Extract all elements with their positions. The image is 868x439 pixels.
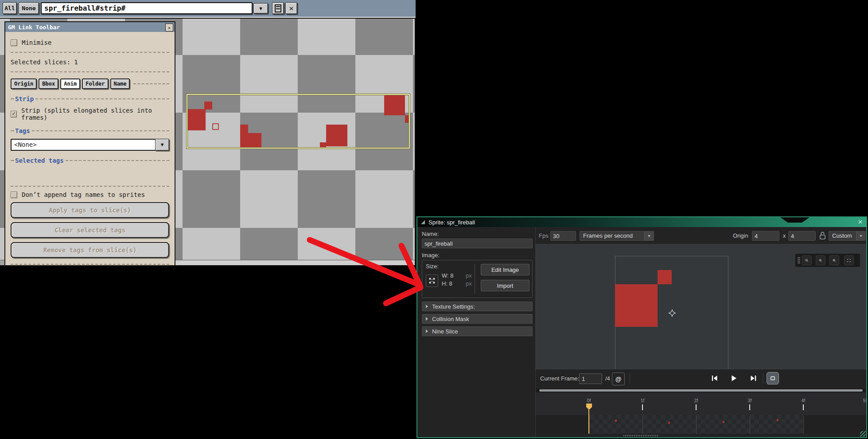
- ruler-label: 3f: [748, 398, 751, 403]
- play-button[interactable]: [728, 372, 740, 384]
- last-frame-button[interactable]: [747, 372, 759, 384]
- divider: [11, 264, 169, 265]
- nine-slice-bar[interactable]: Nine Slice: [422, 326, 533, 336]
- origin-x-input[interactable]: [752, 231, 779, 241]
- animation-timeline: 0f 1f 2f 3f 4f 5f: [536, 388, 866, 437]
- collision-mask-bar[interactable]: Collision Mask: [422, 314, 533, 324]
- timeline-ruler[interactable]: 0f 1f 2f 3f 4f 5f: [536, 393, 866, 415]
- size-label: Size:: [426, 263, 439, 270]
- check-icon: ✓: [12, 111, 15, 116]
- import-button[interactable]: Import: [481, 280, 529, 291]
- frame-thumbnail-3[interactable]: [697, 415, 750, 434]
- apply-tags-button[interactable]: Apply tags to slice(s): [11, 202, 169, 218]
- chevron-down-icon: ▼: [161, 142, 164, 148]
- origin-crosshair-icon[interactable]: [668, 309, 676, 317]
- drag-handle-icon[interactable]: [798, 257, 800, 263]
- skip-to-start-icon: [711, 375, 718, 382]
- collapse-icon[interactable]: [421, 220, 425, 224]
- tab-folder[interactable]: Folder: [82, 78, 108, 89]
- frame-sprite-dot: [615, 419, 617, 422]
- minimise-checkbox[interactable]: [11, 39, 17, 46]
- ruler-tick: [642, 404, 643, 410]
- loop-toggle-button[interactable]: [767, 372, 779, 384]
- preview-small-pixel: [658, 270, 672, 284]
- lock-icon[interactable]: [819, 231, 826, 240]
- ruler-tick: [803, 404, 804, 410]
- fit-view-button[interactable]: [844, 255, 854, 265]
- edit-image-button[interactable]: Edit Image: [481, 264, 529, 275]
- sprite-preview-canvas[interactable]: [536, 244, 866, 369]
- onion-skin-icon: @: [615, 376, 622, 383]
- fps-mode-dropdown[interactable]: Frames per second ▼: [580, 231, 654, 241]
- timeline-scrollbar[interactable]: [537, 389, 865, 392]
- close-icon[interactable]: ✕: [858, 219, 863, 225]
- frame-thumbnail-2[interactable]: [643, 415, 697, 434]
- minimise-row[interactable]: Minimise: [11, 39, 169, 46]
- frame-thumbnail-1[interactable]: [589, 415, 643, 434]
- strip-checkbox-row[interactable]: ✓ Strip (splits elongated slices into fr…: [11, 107, 169, 121]
- chevron-right-icon: [426, 305, 428, 308]
- tags-section-header: Tags: [11, 127, 169, 134]
- zoom-in-icon: [833, 257, 836, 264]
- current-frame-label: Current Frame:: [540, 375, 579, 382]
- select-none-button[interactable]: None: [19, 2, 39, 14]
- zoom-in-button[interactable]: [829, 255, 839, 265]
- tab-origin[interactable]: Origin: [11, 78, 37, 89]
- texture-settings-bar[interactable]: Texture Settings:: [422, 302, 533, 311]
- select-all-button[interactable]: All: [3, 2, 17, 14]
- tags-dropdown[interactable]: <None> ▼: [11, 139, 169, 151]
- name-label: Name:: [422, 231, 439, 237]
- fit-view-icon: [847, 257, 851, 264]
- filename-dropdown-button[interactable]: ▼: [253, 3, 268, 14]
- zoom-toolbar: [795, 254, 860, 267]
- resize-image-button[interactable]: [426, 274, 438, 287]
- size-group: Size: W: 8 H: 8 px px Edit Image Import: [422, 260, 533, 298]
- chevron-down-icon: ▼: [856, 231, 865, 240]
- onion-skin-button[interactable]: @: [612, 372, 625, 385]
- origin-multiply-label: x: [783, 232, 786, 239]
- timeline-scrollbar-thumb[interactable]: [539, 389, 863, 392]
- frame-thumbnail-4[interactable]: [750, 415, 804, 434]
- current-frame-input[interactable]: [579, 373, 602, 384]
- timeline-resize-handle[interactable]: [623, 435, 658, 436]
- close-icon[interactable]: ✕: [165, 24, 173, 31]
- width-text: W: 8: [442, 272, 454, 279]
- remove-tags-button[interactable]: Remove tags from slice(s): [11, 242, 169, 258]
- mode-tabs: Origin Bbox Anim Folder Name: [11, 78, 169, 89]
- first-frame-button[interactable]: [708, 372, 721, 384]
- restore-window-button[interactable]: [272, 2, 284, 14]
- play-icon: [730, 375, 737, 382]
- zoom-reset-button[interactable]: [816, 255, 825, 265]
- nine-slice-label: Nine Slice: [432, 328, 458, 335]
- close-window-button[interactable]: ✕: [285, 2, 297, 14]
- origin-y-input[interactable]: [788, 231, 816, 241]
- chevron-down-icon: ▼: [644, 231, 654, 240]
- chevron-down-icon: ▼: [259, 6, 262, 12]
- panel-resize-grip[interactable]: [860, 431, 866, 437]
- dont-append-row[interactable]: Don’t append tag names to sprites: [11, 191, 169, 198]
- dont-append-checkbox[interactable]: [11, 192, 17, 198]
- sprite-name-input[interactable]: [422, 239, 533, 248]
- loop-icon: [770, 374, 776, 382]
- strip-checkbox[interactable]: ✓: [11, 111, 17, 118]
- panel-titlebar[interactable]: GM Link Toolbar ✕: [5, 22, 175, 32]
- tab-bbox[interactable]: Bbox: [39, 78, 58, 89]
- tags-dropdown-button[interactable]: ▼: [155, 139, 169, 151]
- ruler-label: 5f: [863, 398, 866, 403]
- tab-anim[interactable]: Anim: [60, 78, 80, 89]
- divider: [133, 83, 169, 84]
- close-icon: ✕: [289, 4, 294, 12]
- slice-selection-rect[interactable]: [187, 94, 410, 149]
- clear-tags-button[interactable]: Clear selected tags: [11, 222, 169, 238]
- fps-input[interactable]: [550, 231, 576, 241]
- sprite-panel-titlebar[interactable]: Sprite: spr_fireball ✕: [417, 217, 866, 227]
- tab-name[interactable]: Name: [110, 78, 130, 89]
- zoom-out-button[interactable]: [802, 255, 812, 265]
- minimise-label: Minimise: [22, 39, 51, 46]
- zoom-out-icon: [805, 257, 809, 264]
- sprite-filename-input[interactable]: [41, 2, 253, 14]
- origin-mode-dropdown[interactable]: Custom ▼: [829, 231, 866, 241]
- divider: [630, 373, 630, 384]
- zoom-reset-icon: [819, 257, 822, 264]
- panel-body: Minimise Selected slices: 1 Origin Bbox …: [5, 32, 175, 265]
